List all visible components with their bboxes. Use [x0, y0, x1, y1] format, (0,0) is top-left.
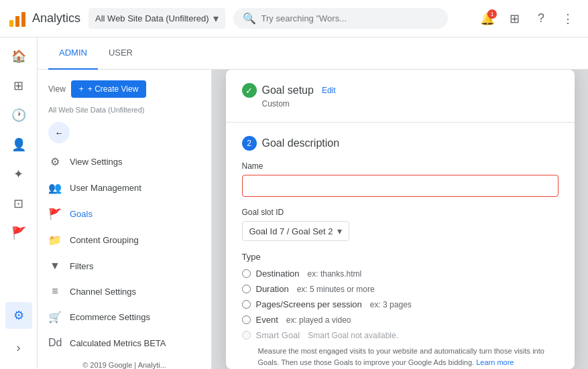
- duration-radio[interactable]: [242, 285, 251, 293]
- settings-icon: ⚙: [13, 308, 24, 323]
- goal-desc-title: Goal description: [262, 137, 340, 149]
- event-radio[interactable]: [242, 315, 251, 324]
- search-input[interactable]: [261, 13, 438, 23]
- radio-destination: Destination ex: thanks.html: [242, 269, 558, 279]
- svg-rect-0: [9, 20, 13, 27]
- apps-button[interactable]: ⊞: [502, 7, 526, 31]
- user-management-icon: 👥: [48, 181, 62, 194]
- view-settings-icon: ⚙: [48, 155, 62, 168]
- nav-reports[interactable]: ⊞: [5, 72, 32, 99]
- smart-goal-note: Measure the most engaged visits to your …: [258, 346, 558, 368]
- view-label: View: [48, 84, 66, 94]
- search-bar[interactable]: 🔍: [233, 8, 448, 29]
- search-icon: 🔍: [243, 12, 256, 25]
- svg-rect-1: [15, 16, 19, 27]
- dropdown-chevron-icon: ▾: [337, 226, 342, 236]
- page-footer: © 2019 Google | Analyti...: [38, 356, 211, 369]
- goal-slot-form-group: Goal slot ID Goal Id 7 / Goal Set 2 ▾: [242, 208, 558, 241]
- type-form-group: Type Destination ex: thanks.html Duratio…: [242, 252, 558, 368]
- goal-slot-value: Goal Id 7 / Goal Set 2: [249, 226, 333, 236]
- tab-admin[interactable]: ADMIN: [48, 38, 98, 70]
- conversions-icon: 🚩: [11, 226, 26, 240]
- event-hint: ex: played a video: [286, 315, 351, 325]
- smart-goal-radio: [242, 331, 251, 340]
- nav-settings[interactable]: ⚙: [5, 302, 32, 329]
- sidebar-item-user-management[interactable]: 👥 User Management: [38, 175, 211, 201]
- radio-smart-goal: Smart Goal Smart Goal not available.: [242, 330, 558, 340]
- section-header: 2 Goal description: [242, 136, 558, 151]
- sidebar-item-filters[interactable]: ▼ Filters: [38, 253, 211, 279]
- audience-icon: 👤: [11, 137, 26, 152]
- nav-behavior[interactable]: ⊡: [5, 190, 32, 217]
- goal-slot-dropdown[interactable]: Goal Id 7 / Goal Set 2 ▾: [242, 221, 349, 241]
- smart-goal-hint: Smart Goal not available.: [308, 331, 398, 340]
- goal-setup-subtitle: Custom: [262, 99, 558, 108]
- edit-link[interactable]: Edit: [322, 86, 336, 95]
- notifications-button[interactable]: 🔔 1: [475, 7, 499, 31]
- more-vert-icon: ⋮: [562, 11, 574, 26]
- learn-more-link[interactable]: Learn more: [476, 358, 514, 366]
- create-view-button[interactable]: + + Create View: [71, 80, 147, 98]
- event-label: Event: [256, 315, 278, 325]
- behavior-icon: ⊡: [13, 196, 23, 211]
- sidebar-top: View + + Create View: [38, 78, 211, 106]
- back-arrow-icon: ←: [55, 128, 64, 138]
- goal-setup-section: ✓ Goal setup Edit Custom: [226, 70, 575, 123]
- goal-setup-header: ✓ Goal setup Edit: [242, 83, 558, 98]
- home-icon: 🏠: [11, 49, 26, 64]
- nav-acquisition[interactable]: ✦: [5, 161, 32, 188]
- app-title: Analytics: [32, 11, 80, 25]
- content-columns: View + + Create View All Web Site Data (…: [38, 70, 588, 369]
- content-grouping-icon: 📁: [48, 234, 62, 246]
- goal-name-input[interactable]: [242, 175, 558, 197]
- sidebar-item-content-grouping[interactable]: 📁 Content Grouping: [38, 227, 211, 253]
- pages-radio[interactable]: [242, 300, 251, 309]
- radio-duration: Duration ex: 5 minutes or more: [242, 284, 558, 294]
- pages-hint: ex: 3 pages: [370, 300, 412, 309]
- more-button[interactable]: ⋮: [556, 7, 580, 31]
- pages-label: Pages/Screens per session: [256, 299, 362, 309]
- destination-label: Destination: [256, 269, 300, 279]
- sidebar-item-ecommerce[interactable]: 🛒 Ecommerce Settings: [38, 304, 211, 330]
- tab-user[interactable]: USER: [98, 38, 143, 70]
- sidebar-item-view-settings[interactable]: ⚙ View Settings: [38, 149, 211, 175]
- nav-audience[interactable]: 👤: [5, 131, 32, 158]
- sidebar-item-calculated-metrics[interactable]: Dd Calculated Metrics BETA: [38, 330, 211, 356]
- plus-icon: +: [79, 84, 84, 94]
- main-layout: 🏠 ⊞ 🕐 👤 ✦ ⊡ 🚩 ⚙ › ADMI: [0, 38, 588, 369]
- nav-clock[interactable]: 🕐: [5, 102, 32, 129]
- channel-settings-icon: ≡: [48, 285, 62, 297]
- calculated-metrics-icon: Dd: [48, 337, 62, 349]
- left-nav: 🏠 ⊞ 🕐 👤 ✦ ⊡ 🚩 ⚙ ›: [0, 38, 38, 369]
- notification-badge: 1: [487, 9, 497, 19]
- nav-home[interactable]: 🏠: [5, 43, 32, 70]
- help-icon: ?: [538, 11, 544, 25]
- chevron-down-icon: ▾: [213, 12, 219, 25]
- account-name: All Web Site Data (Unfiltered): [95, 13, 209, 23]
- sidebar-item-goals[interactable]: 🚩 Goals: [38, 201, 211, 227]
- goal-setup-title: Goal setup: [262, 84, 314, 96]
- back-button[interactable]: ←: [48, 122, 70, 143]
- goal-description-section: 2 Goal description Name Goal slot ID G: [226, 123, 575, 369]
- account-selector[interactable]: All Web Site Data (Unfiltered) ▾: [89, 8, 225, 29]
- content-area: ADMIN USER View + + Create View All Web …: [38, 38, 588, 369]
- nav-conversions[interactable]: 🚩: [5, 220, 32, 246]
- topbar: Analytics All Web Site Data (Unfiltered)…: [0, 0, 588, 38]
- ecommerce-icon: 🛒: [48, 311, 62, 323]
- destination-radio[interactable]: [242, 269, 251, 278]
- admin-tabs: ADMIN USER: [38, 38, 588, 70]
- svg-rect-2: [21, 12, 25, 27]
- check-circle-icon: ✓: [242, 83, 257, 98]
- radio-pages-per-session: Pages/Screens per session ex: 3 pages: [242, 299, 558, 309]
- topbar-icons: 🔔 1 ⊞ ? ⋮: [475, 7, 580, 31]
- nav-expand[interactable]: ›: [5, 334, 32, 361]
- main-panel: ✓ Goal setup Edit Custom 2 Goal descript…: [212, 70, 588, 369]
- destination-hint: ex: thanks.html: [308, 269, 362, 279]
- duration-hint: ex: 5 minutes or more: [297, 285, 375, 294]
- acquisition-icon: ✦: [13, 167, 23, 181]
- name-form-group: Name: [242, 161, 558, 197]
- sidebar-item-channel-settings[interactable]: ≡ Channel Settings: [38, 279, 211, 304]
- help-button[interactable]: ?: [529, 7, 553, 31]
- type-label: Type: [242, 252, 558, 262]
- logo-area: Analytics: [8, 9, 80, 28]
